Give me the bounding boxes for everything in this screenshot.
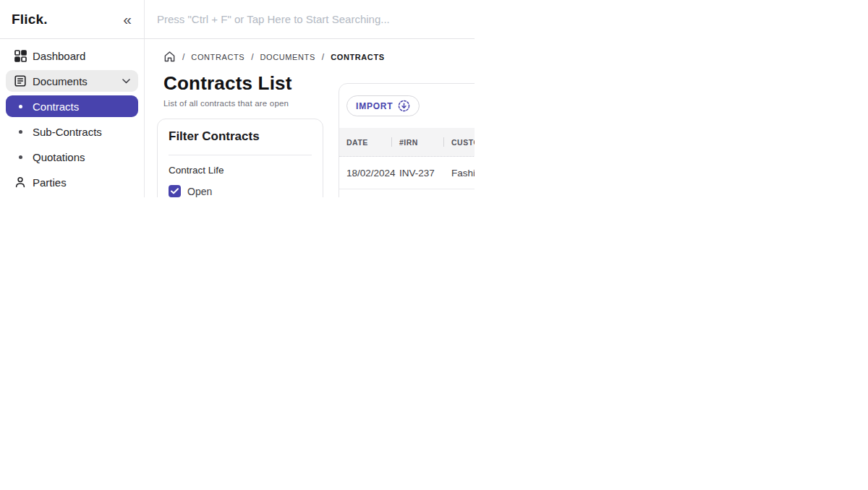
breadcrumb: / Contracts / Documents / Contracts [163, 51, 475, 63]
sidebar-item-label: Sub-Contracts [33, 126, 102, 138]
bullet-icon [13, 99, 27, 113]
app-logo: Flick. [12, 12, 48, 27]
sidebar-header: Flick. « [0, 0, 145, 38]
breadcrumb-item-documents[interactable]: Documents [260, 53, 315, 61]
column-header-customer[interactable]: CUSTO [444, 138, 475, 147]
filter-option-open[interactable]: Open [169, 185, 312, 197]
sidebar-item-label: Documents [33, 75, 88, 87]
top-bar: Flick. « [0, 0, 475, 39]
sidebar-nav: Dashboard Documents [0, 39, 145, 197]
chevrons-left-icon: « [123, 11, 132, 27]
sidebar-item-label: Quotations [33, 151, 85, 163]
sidebar-item-label: Dashboard [33, 50, 85, 62]
breadcrumb-separator: / [182, 52, 184, 62]
chevron-down-icon [122, 79, 130, 84]
main-content: / Contracts / Documents / Contracts Cont… [145, 39, 475, 197]
bullet-icon [13, 124, 27, 139]
breadcrumb-item-current: Contracts [331, 53, 384, 61]
filter-panel-title: Filter Contracts [169, 129, 312, 144]
table-toolbar: IMPORT [339, 84, 475, 128]
dashboard-icon [13, 48, 27, 63]
breadcrumb-separator: / [251, 52, 253, 62]
checkbox-label: Open [187, 186, 212, 197]
search-input[interactable] [145, 0, 475, 38]
table-row[interactable]: 18/02/2024 INV-237 Fashio [339, 157, 475, 189]
sidebar-item-label: Contracts [33, 100, 79, 113]
import-button[interactable]: IMPORT [346, 95, 420, 116]
sidebar-collapse-button[interactable]: « [122, 12, 133, 27]
app-window: Flick. « [0, 0, 475, 197]
breadcrumb-separator: / [322, 52, 324, 62]
sidebar-item-parties[interactable]: Parties [6, 171, 138, 193]
sidebar-item-quotations[interactable]: Quotations [6, 146, 138, 168]
cell-customer: Fashio [444, 168, 475, 179]
bullet-icon [13, 150, 27, 164]
sidebar-item-dashboard[interactable]: Dashboard [6, 45, 138, 66]
filter-section-label: Contract Life [169, 165, 312, 176]
sidebar-item-sub-contracts[interactable]: Sub-Contracts [6, 121, 138, 142]
person-icon [13, 175, 27, 189]
breadcrumb-item-contracts[interactable]: Contracts [191, 53, 244, 61]
column-header-irn[interactable]: #IRN [392, 138, 443, 147]
column-header-date[interactable]: DATE [339, 138, 391, 147]
import-button-label: IMPORT [356, 101, 393, 111]
document-icon [13, 74, 27, 88]
home-icon[interactable] [163, 51, 176, 63]
sidebar-item-documents[interactable]: Documents [6, 70, 138, 92]
screen: Flick. « [0, 0, 868, 490]
global-search-bar [145, 0, 475, 38]
content-row: Dashboard Documents [0, 39, 475, 197]
filter-panel: Filter Contracts Contract Life Open [157, 119, 323, 197]
sidebar-item-label: Parties [33, 176, 67, 189]
contracts-table-card: IMPORT DATE [339, 83, 475, 197]
checkbox-checked-icon[interactable] [169, 185, 181, 197]
table-header-row: DATE #IRN CUSTO [339, 128, 475, 157]
cell-date: 18/02/2024 [339, 168, 392, 179]
cell-irn: INV-237 [392, 168, 444, 179]
divider [169, 155, 312, 155]
download-icon [398, 100, 410, 112]
sidebar-item-contracts[interactable]: Contracts [6, 95, 138, 117]
